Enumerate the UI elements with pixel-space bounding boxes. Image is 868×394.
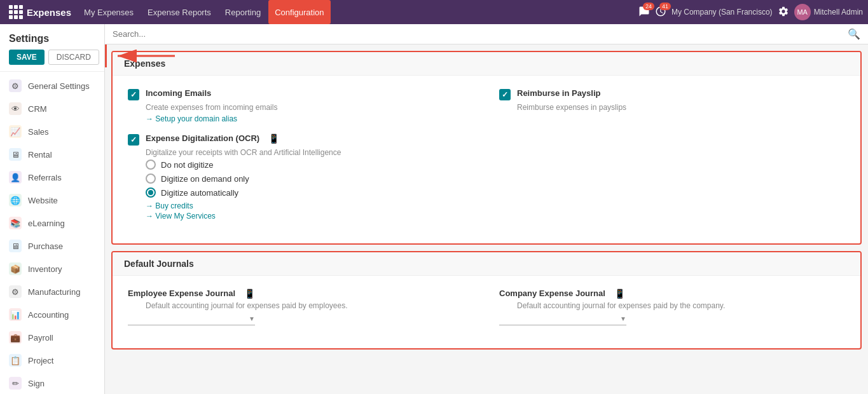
company-journal-label: Company Expense Journal	[499, 289, 605, 298]
expenses-section: Expenses Incoming Emails	[111, 51, 862, 245]
radio-do-not-digitize[interactable]: Do not digitize	[146, 160, 474, 170]
settings-actions: SAVE DISCARD	[9, 50, 95, 65]
sidebar-item-rental[interactable]: 🖥 Rental	[0, 143, 104, 166]
settings-icon[interactable]	[778, 6, 789, 19]
manufacturing-icon: ⚙	[9, 285, 22, 298]
sidebar: Settings SAVE DISCARD ⚙ General Settings…	[0, 24, 105, 394]
radio-digitize-automatically[interactable]: Digitize automatically	[146, 187, 474, 198]
radio-digitize-automatically-control[interactable]	[146, 187, 156, 198]
main-content: 🔍 Expenses	[105, 24, 868, 394]
company-journal-icon: 📱	[614, 289, 625, 299]
sidebar-item-project[interactable]: 📋 Project	[0, 349, 104, 372]
company-journal-arrow: ▼	[620, 315, 626, 322]
clock-badge[interactable]: 41	[655, 6, 666, 19]
main-layout: Settings SAVE DISCARD ⚙ General Settings…	[0, 24, 868, 394]
employee-journal-label: Employee Expense Journal	[128, 289, 235, 298]
sidebar-item-crm[interactable]: 👁 CRM	[0, 97, 104, 120]
ocr-desc: Digitalize your receipts with OCR and Ar…	[146, 148, 474, 157]
journals-section: Default Journals Employee Expense Journa…	[111, 251, 862, 350]
sidebar-item-sales[interactable]: 📈 Sales	[0, 120, 104, 143]
sidebar-item-referrals[interactable]: 👤 Referrals	[0, 166, 104, 189]
sign-icon: ✏	[9, 377, 22, 390]
app-logo[interactable]: Expenses	[5, 5, 75, 19]
payroll-icon: 💼	[9, 331, 22, 344]
employee-journal-col: Employee Expense Journal 📱 Default accou…	[128, 289, 474, 336]
company-journal-desc: Default accounting journal for expenses …	[517, 301, 845, 310]
clock-count: 41	[659, 3, 671, 10]
discard-button[interactable]: DISCARD	[48, 50, 99, 65]
radio-digitize-on-demand-control[interactable]	[146, 173, 156, 184]
sidebar-item-inventory[interactable]: 📦 Inventory	[0, 257, 104, 280]
employee-journal-row: Employee Expense Journal 📱	[128, 289, 474, 299]
reimburse-payslip-checkbox[interactable]	[499, 89, 511, 100]
purchase-icon: 🖥	[9, 240, 22, 252]
journals-section-body: Employee Expense Journal 📱 Default accou…	[113, 276, 860, 348]
sidebar-item-website[interactable]: 🌐 Website	[0, 189, 104, 212]
incoming-emails-group: Incoming Emails Create expenses from inc…	[128, 88, 474, 123]
company-name[interactable]: My Company (San Francisco)	[672, 8, 773, 17]
nav-reporting[interactable]: Reporting	[219, 0, 267, 24]
search-bar: 🔍	[105, 24, 868, 44]
buy-credits-link[interactable]: → Buy credits	[146, 201, 474, 210]
view-my-services-link[interactable]: → View My Services	[146, 212, 474, 221]
sidebar-item-accounting[interactable]: 📊 Accounting	[0, 303, 104, 326]
app-name: Expenses	[27, 7, 71, 18]
journals-settings-grid: Employee Expense Journal 📱 Default accou…	[128, 289, 845, 336]
incoming-emails-row: Incoming Emails	[128, 88, 474, 100]
employee-journal-select[interactable]: ▼	[128, 313, 255, 325]
nav-expense-reports[interactable]: Expense Reports	[141, 0, 217, 24]
website-icon: 🌐	[9, 194, 22, 207]
radio-digitize-automatically-label: Digitize automatically	[161, 188, 238, 198]
user-menu[interactable]: MA Mitchell Admin	[794, 4, 863, 20]
reimburse-payslip-desc: Reimburse expenses in payslips	[517, 103, 845, 112]
reimburse-payslip-group: Reimburse in Payslip Reimburse expenses …	[499, 88, 845, 112]
nav-configuration[interactable]: Configuration	[268, 0, 330, 24]
svg-rect-1	[105, 44, 107, 67]
username: Mitchell Admin	[814, 8, 863, 17]
setup-domain-link[interactable]: → Setup your domain alias	[146, 114, 474, 123]
expenses-left-col: Incoming Emails Create expenses from inc…	[128, 88, 474, 231]
incoming-emails-checkbox[interactable]	[128, 89, 139, 100]
search-input[interactable]	[113, 29, 843, 39]
general-settings-icon: ⚙	[9, 79, 22, 92]
chat-badge[interactable]: 24	[638, 6, 650, 19]
nav-links: My Expenses Expense Reports Reporting Co…	[78, 0, 636, 24]
sidebar-item-general-settings[interactable]: ⚙ General Settings	[0, 74, 104, 97]
incoming-emails-label: Incoming Emails	[146, 88, 211, 98]
project-icon: 📋	[9, 354, 22, 367]
divider	[0, 71, 104, 72]
radio-do-not-digitize-control[interactable]	[146, 160, 156, 170]
nav-my-expenses[interactable]: My Expenses	[78, 0, 140, 24]
rental-icon: 🖥	[9, 148, 22, 161]
radio-digitize-on-demand-label: Digitize on demand only	[161, 174, 249, 184]
employee-journal-group: Employee Expense Journal 📱 Default accou…	[128, 289, 474, 325]
sidebar-item-manufacturing[interactable]: ⚙ Manufacturing	[0, 280, 104, 303]
journals-section-title: Default Journals	[113, 252, 860, 276]
sidebar-item-sign[interactable]: ✏ Sign	[0, 372, 104, 394]
topnav: Expenses My Expenses Expense Reports Rep…	[0, 0, 868, 24]
ocr-group: Expense Digitalization (OCR) 📱 Digitaliz…	[128, 133, 474, 221]
ocr-row: Expense Digitalization (OCR) 📱	[128, 133, 474, 146]
ocr-checkbox[interactable]	[128, 134, 139, 146]
company-journal-col: Company Expense Journal 📱 Default accoun…	[499, 289, 845, 336]
expenses-settings-grid: Incoming Emails Create expenses from inc…	[128, 88, 845, 231]
sidebar-item-payroll[interactable]: 💼 Payroll	[0, 326, 104, 349]
save-button[interactable]: SAVE	[9, 50, 45, 65]
radio-digitize-on-demand[interactable]: Digitize on demand only	[146, 173, 474, 184]
chat-count: 24	[643, 3, 654, 10]
grid-icon	[9, 5, 23, 19]
referrals-icon: 👤	[9, 171, 22, 184]
sidebar-item-elearning[interactable]: 📚 eLearning	[0, 212, 104, 234]
company-journal-select[interactable]: ▼	[499, 313, 626, 325]
expenses-section-title: Expenses	[113, 52, 860, 76]
reimburse-payslip-row: Reimburse in Payslip	[499, 88, 845, 100]
ocr-device-icon: 📱	[268, 133, 279, 144]
radio-do-not-digitize-label: Do not digitize	[161, 160, 213, 170]
company-journal-row: Company Expense Journal 📱	[499, 289, 845, 299]
reimburse-payslip-label: Reimburse in Payslip	[517, 88, 601, 98]
topnav-right: 24 41 My Company (San Francisco) MA Mitc…	[638, 4, 863, 20]
ocr-radio-group: Do not digitize Digitize on demand only …	[146, 160, 474, 198]
ocr-label: Expense Digitalization (OCR)	[146, 133, 259, 143]
search-icon[interactable]: 🔍	[848, 28, 860, 40]
sidebar-item-purchase[interactable]: 🖥 Purchase	[0, 234, 104, 257]
